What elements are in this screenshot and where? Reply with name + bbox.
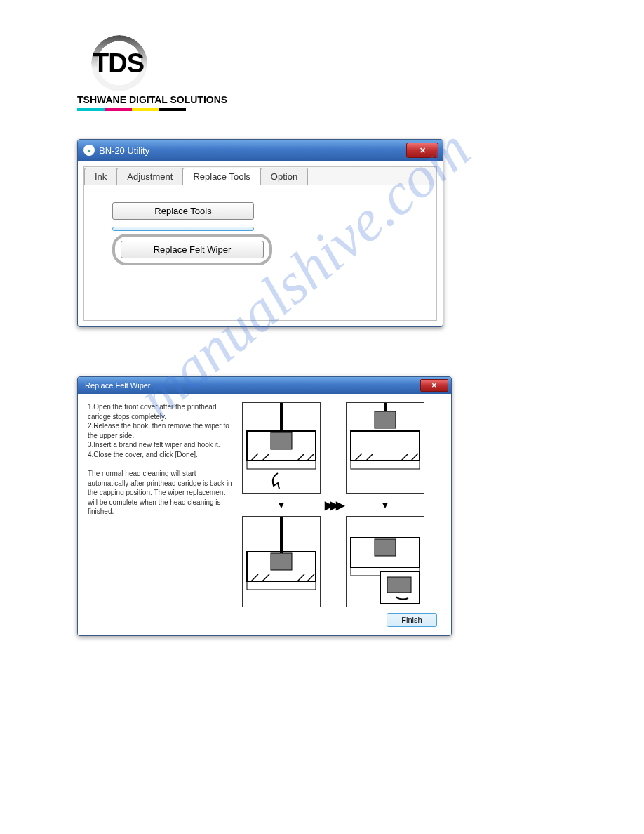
svg-rect-3 [247,461,316,469]
svg-rect-13 [375,539,396,556]
illustration-step-3 [346,402,424,494]
svg-rect-7 [247,581,316,590]
partial-button-edge [112,227,254,231]
svg-rect-16 [387,577,411,593]
replace-felt-wiper-button[interactable]: Replace Felt Wiper [121,241,264,258]
felt-wiper-window: Replace Felt Wiper ✕ 1.Open the front co… [77,376,452,636]
app-icon: ● [83,145,95,156]
instruction-line-2: 2.Release the hook, then remove the wipe… [88,421,235,440]
close-button[interactable]: ✕ [420,379,448,392]
instruction-line-3: 3.Insert a brand new felt wiper and hook… [88,440,235,450]
logo-color-stripe [77,108,186,111]
instruction-text: 1.Open the front cover after the printhe… [88,402,235,607]
arrow-down-icon: ▼ [380,499,390,510]
instruction-line-4: 4.Close the cover, and click [Done]. [88,450,235,460]
close-button[interactable]: ✕ [406,143,438,158]
utility-title: BN-20 Utility [99,145,149,156]
close-icon: ✕ [420,146,426,155]
company-logo: TDS TSHWANE DIGITAL SOLUTIONS [77,42,567,111]
finish-button[interactable]: Finish [387,613,437,627]
tab-replace-tools[interactable]: Replace Tools [182,168,260,185]
arrow-down-icon: ▼ [276,499,286,510]
tab-adjustment[interactable]: Adjustment [116,168,183,185]
illustration-step-4 [346,516,424,607]
utility-titlebar: ● BN-20 Utility ✕ [78,140,443,161]
emphasized-button-group: Replace Felt Wiper [112,234,272,265]
felt-wiper-titlebar: Replace Felt Wiper ✕ [78,377,451,394]
tab-row: Ink Adjustment Replace Tools Option [84,167,436,185]
tab-ink[interactable]: Ink [84,168,117,185]
close-icon: ✕ [431,382,437,389]
instruction-line-1: 1.Open the front cover after the printhe… [88,402,235,421]
illustration-step-1 [242,402,321,494]
illustration-group: ▼ ▶▶▶ [242,402,424,607]
illustration-step-2 [242,516,321,607]
tab-body: Replace Tools Replace Felt Wiper [84,185,436,320]
logo-abbrev: TDS [77,42,175,84]
utility-window: ● BN-20 Utility ✕ Ink Adjustment Replace… [77,139,443,327]
svg-rect-5 [271,553,292,570]
svg-rect-11 [351,461,420,469]
arrow-right-icon: ▶▶▶ [325,498,342,512]
felt-wiper-title: Replace Felt Wiper [85,381,151,390]
svg-rect-8 [351,431,420,461]
logo-full-name: TSHWANE DIGITAL SOLUTIONS [77,94,567,105]
svg-rect-1 [271,432,292,449]
tab-option[interactable]: Option [260,168,308,185]
instruction-note: The normal head cleaning will start auto… [88,469,235,517]
svg-rect-9 [375,411,396,428]
replace-tools-button[interactable]: Replace Tools [112,202,254,220]
